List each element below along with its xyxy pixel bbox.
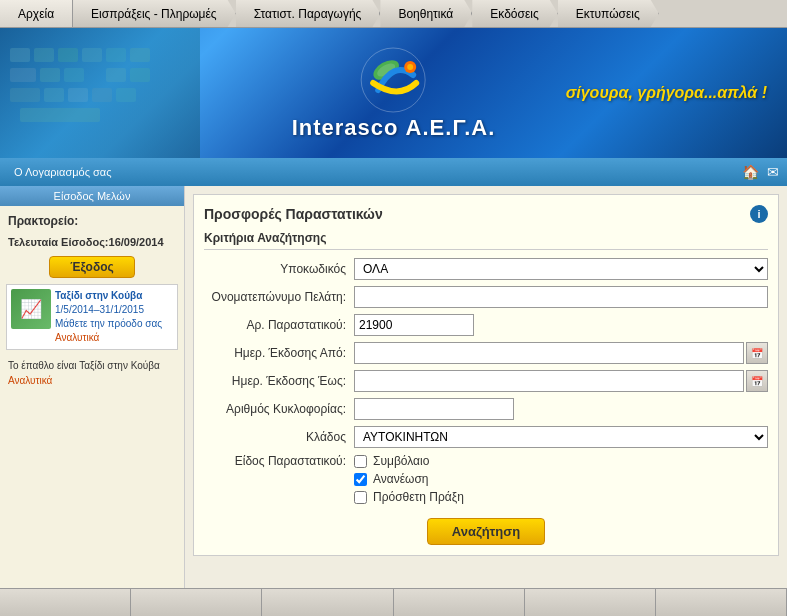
symvolaio-row: Συμβόλαιο: [354, 454, 464, 468]
svg-rect-3: [82, 48, 102, 62]
ar-parastatikou-input[interactable]: [354, 314, 474, 336]
eidos-parastatikou-row: Είδος Παραστατικού: Συμβόλαιο Ανανέωση Π…: [204, 454, 768, 508]
sidebar-praktoreio: Πρακτορείο:: [0, 210, 184, 232]
panel-title-bar: Προσφορές Παραστατικών i: [204, 205, 768, 223]
content-panel: Προσφορές Παραστατικών i Κριτήρια Αναζήτ…: [193, 194, 779, 556]
ypokodikoς-select[interactable]: ΟΛΑ: [354, 258, 768, 280]
info-icon[interactable]: i: [750, 205, 768, 223]
prostheti-praxi-row: Πρόσθετη Πράξη: [354, 490, 464, 504]
ar-parastatikou-row: Αρ. Παραστατικού:: [204, 314, 768, 336]
bottom-tab-6[interactable]: [656, 589, 787, 616]
klados-label: Κλάδος: [204, 430, 354, 444]
interasco-logo: [358, 45, 428, 115]
ananeosi-checkbox[interactable]: [354, 473, 367, 486]
klados-row: Κλάδος ΑΥΤΟΚΙΝΗΤΩΝ ΖΩΗΣ ΑΤΥΧΗΜΑΤΩΝ ΠΥΡΟΣ…: [204, 426, 768, 448]
hmer-apo-control: 📅: [354, 342, 768, 364]
company-slogan: σίγουρα, γρήγορα...απλά !: [566, 84, 767, 102]
mail-icon[interactable]: ✉: [767, 164, 779, 180]
svg-rect-15: [92, 88, 112, 102]
hmer-apo-input[interactable]: [354, 342, 744, 364]
hmer-eos-control: 📅: [354, 370, 768, 392]
search-btn-row: Αναζήτηση: [204, 518, 768, 545]
svg-rect-8: [44, 88, 64, 102]
svg-point-21: [407, 64, 413, 70]
sidebar-last-login: Τελευταία Είσοδος:16/09/2014: [0, 232, 184, 252]
svg-rect-13: [106, 68, 126, 82]
promo-text: Ταξίδι στην Κούβα 1/5/2014–31/1/2015 Μάθ…: [55, 289, 162, 345]
promo-link[interactable]: Αναλυτικά: [55, 332, 99, 343]
criteria-title: Κριτήρια Αναζήτησης: [204, 231, 768, 250]
symvolaio-checkbox[interactable]: [354, 455, 367, 468]
svg-rect-16: [116, 88, 136, 102]
header-banner: Interasco Α.Ε.Γ.Α. σίγουρα, γρήγορα...απ…: [0, 28, 787, 158]
nav-arxeia[interactable]: Αρχεία: [0, 0, 73, 27]
sidebar-bottom-link[interactable]: Αναλυτικά: [0, 375, 184, 386]
company-name: Interasco Α.Ε.Γ.Α.: [292, 115, 496, 141]
promo-icon: 📈: [11, 289, 51, 329]
account-label[interactable]: Ο Λογαριασμός σας: [8, 164, 117, 180]
hmer-eos-calendar-button[interactable]: 📅: [746, 370, 768, 392]
sidebar: Είσοδος Μελών Πρακτορείο: Τελευταία Είσο…: [0, 186, 185, 588]
sidebar-promo: 📈 Ταξίδι στην Κούβα 1/5/2014–31/1/2015 Μ…: [6, 284, 178, 350]
onomateponymo-label: Ονοματεπώνυμο Πελάτη:: [204, 290, 354, 304]
sidebar-bottom-text: Το έπαθλο είναι Ταξίδι στην Κούβα: [0, 356, 184, 375]
bottom-tab-5[interactable]: [525, 589, 656, 616]
bottom-tab-2[interactable]: [131, 589, 262, 616]
svg-rect-0: [10, 48, 30, 62]
nav-statistiki[interactable]: Στατιστ. Παραγωγής: [236, 0, 381, 27]
svg-rect-1: [34, 48, 54, 62]
hmer-apo-calendar-button[interactable]: 📅: [746, 342, 768, 364]
hmer-eos-input[interactable]: [354, 370, 744, 392]
hmer-apo-row: Ημερ. Έκδοσης Από: 📅: [204, 342, 768, 364]
bottom-tab-4[interactable]: [394, 589, 525, 616]
ypokodikoς-label: Υποκωδικός: [204, 262, 354, 276]
exit-button[interactable]: Έξοδος: [49, 256, 135, 278]
arithmos-kykloforias-input[interactable]: [354, 398, 514, 420]
svg-rect-4: [10, 68, 36, 82]
klados-control: ΑΥΤΟΚΙΝΗΤΩΝ ΖΩΗΣ ΑΤΥΧΗΜΑΤΩΝ ΠΥΡΟΣ ΑΣΤΙΚΗ…: [354, 426, 768, 448]
main-layout: Είσοδος Μελών Πρακτορείο: Τελευταία Είσο…: [0, 186, 787, 588]
bottom-tab-3[interactable]: [262, 589, 393, 616]
svg-rect-10: [20, 108, 100, 122]
svg-rect-6: [64, 68, 84, 82]
nav-eispraxeis[interactable]: Εισπράξεις - Πληρωμές: [73, 0, 236, 27]
ananeosi-row: Ανανέωση: [354, 472, 464, 486]
eidos-parastatikou-label: Είδος Παραστατικού:: [204, 454, 354, 468]
nav-voithitika[interactable]: Βοηθητικά: [380, 0, 472, 27]
onomateponymo-row: Ονοματεπώνυμο Πελάτη:: [204, 286, 768, 308]
klados-select[interactable]: ΑΥΤΟΚΙΝΗΤΩΝ ΖΩΗΣ ΑΤΥΧΗΜΑΤΩΝ ΠΥΡΟΣ ΑΣΤΙΚΗ…: [354, 426, 768, 448]
header-icons: 🏠 ✉: [742, 164, 779, 180]
bottom-tabs: [0, 588, 787, 616]
arithmos-kykloforias-label: Αριθμός Κυκλοφορίας:: [204, 402, 354, 416]
onomateponymo-control: [354, 286, 768, 308]
sidebar-login-header: Είσοδος Μελών: [0, 186, 184, 206]
svg-rect-9: [68, 88, 88, 102]
top-navigation: Αρχεία Εισπράξεις - Πληρωμές Στατιστ. Πα…: [0, 0, 787, 28]
panel-title: Προσφορές Παραστατικών: [204, 206, 383, 222]
symvolaio-label: Συμβόλαιο: [373, 454, 429, 468]
hmer-eos-label: Ημερ. Έκδοσης Έως:: [204, 374, 354, 388]
svg-rect-5: [40, 68, 60, 82]
hmer-eos-row: Ημερ. Έκδοσης Έως: 📅: [204, 370, 768, 392]
onomateponymo-input[interactable]: [354, 286, 768, 308]
svg-rect-7: [10, 88, 40, 102]
svg-rect-2: [58, 48, 78, 62]
ypokodikoς-control: ΟΛΑ: [354, 258, 768, 280]
prostheti-praxi-checkbox[interactable]: [354, 491, 367, 504]
nav-ektipwseis[interactable]: Εκτυπώσεις: [558, 0, 659, 27]
home-icon[interactable]: 🏠: [742, 164, 759, 180]
logo-area: Interasco Α.Ε.Γ.Α.: [292, 45, 496, 141]
svg-rect-14: [130, 68, 150, 82]
svg-rect-12: [130, 48, 150, 62]
ar-parastatikou-control: [354, 314, 768, 336]
nav-ekdoseis[interactable]: Εκδόσεις: [472, 0, 557, 27]
ananeosi-label: Ανανέωση: [373, 472, 429, 486]
ar-parastatikou-label: Αρ. Παραστατικού:: [204, 318, 354, 332]
content-area: Προσφορές Παραστατικών i Κριτήρια Αναζήτ…: [185, 186, 787, 588]
svg-point-17: [361, 48, 425, 112]
sub-header: Ο Λογαριασμός σας 🏠 ✉: [0, 158, 787, 186]
search-button[interactable]: Αναζήτηση: [427, 518, 545, 545]
prostheti-praxi-label: Πρόσθετη Πράξη: [373, 490, 464, 504]
ypokodikoς-row: Υποκωδικός ΟΛΑ: [204, 258, 768, 280]
bottom-tab-1[interactable]: [0, 589, 131, 616]
